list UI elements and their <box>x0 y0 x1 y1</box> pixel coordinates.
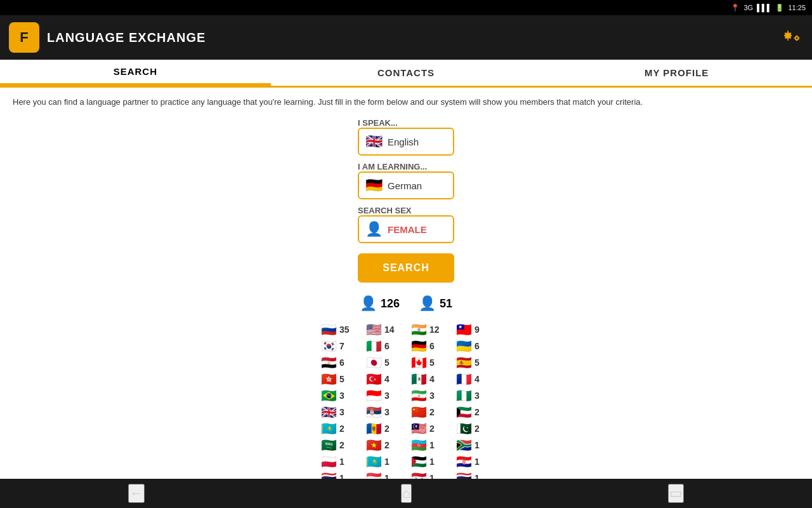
country-item[interactable]: 🇿🇦1 <box>456 438 491 453</box>
country-item[interactable]: 🇰🇷7 <box>321 338 356 354</box>
country-flag: 🇫🇷 <box>456 371 472 387</box>
country-flag: 🇹🇷 <box>366 371 382 387</box>
country-item[interactable]: 🇹🇼9 <box>456 322 491 337</box>
search-sex-select[interactable]: 👤 FEMALE <box>358 215 454 243</box>
country-item[interactable]: 🇺🇸14 <box>366 322 401 337</box>
country-item[interactable]: 🇦🇿1 <box>411 438 446 453</box>
country-flag: 🇷🇸 <box>366 404 382 420</box>
header-left: F LANGUAGE EXCHANGE <box>9 22 206 53</box>
home-button[interactable]: ⌂ <box>401 484 412 503</box>
svg-rect-13 <box>794 37 796 39</box>
country-item[interactable]: 🇻🇳2 <box>366 438 401 453</box>
country-item[interactable]: 🇯🇵5 <box>366 355 401 370</box>
country-item[interactable]: 🇫🇷4 <box>456 371 491 387</box>
country-item[interactable]: 🇮🇷3 <box>411 388 446 403</box>
english-flag: 🇬🇧 <box>365 133 383 150</box>
app-logo: F <box>9 22 39 53</box>
i-speak-section: I SPEAK... 🇬🇧 English <box>358 118 454 156</box>
country-count: 1 <box>475 440 480 450</box>
country-item[interactable]: 🇸🇦2 <box>321 438 356 453</box>
country-count: 4 <box>384 374 390 384</box>
tab-contacts[interactable]: CONTACTS <box>271 60 542 86</box>
svg-rect-11 <box>796 35 797 37</box>
country-count: 3 <box>384 407 390 417</box>
country-item[interactable]: 🇲🇾2 <box>411 421 446 436</box>
tab-search[interactable]: SEARCH <box>0 60 271 86</box>
country-item[interactable]: 🇧🇷3 <box>321 388 356 403</box>
location-icon: 📍 <box>731 4 740 12</box>
country-count: 3 <box>475 391 480 401</box>
country-item[interactable]: 🇰🇿2 <box>321 421 356 436</box>
country-row-0: 🇷🇺35🇺🇸14🇮🇳12🇹🇼9 <box>321 322 491 337</box>
svg-rect-14 <box>798 37 800 39</box>
app-title: LANGUAGE EXCHANGE <box>47 30 206 45</box>
country-item[interactable]: 🇭🇷1 <box>456 454 491 469</box>
status-bar: 📍 3G ▌▌▌ 🔋 11:25 <box>0 0 812 15</box>
country-item[interactable]: 🇨🇳2 <box>411 404 446 420</box>
country-count: 1 <box>429 457 435 467</box>
country-count: 12 <box>429 324 440 335</box>
country-flag: 🇭🇷 <box>456 454 472 469</box>
country-flag: 🇨🇦 <box>411 355 427 370</box>
country-flag: 🇺🇦 <box>456 338 472 354</box>
country-flag: 🇻🇳 <box>366 438 382 453</box>
country-row-1: 🇰🇷7🇮🇹6🇩🇪6🇺🇦6 <box>321 338 491 354</box>
search-sex-label: SEARCH SEX <box>358 206 454 215</box>
country-count: 1 <box>475 457 480 467</box>
country-flag: 🇲🇩 <box>366 421 382 436</box>
search-stats: 👤 126 👤 51 <box>360 295 452 312</box>
country-item[interactable]: 🇲🇽4 <box>411 371 446 387</box>
country-item[interactable]: 🇭🇰5 <box>321 371 356 387</box>
country-item[interactable]: 🇰🇿1 <box>366 454 401 469</box>
country-flag: 🇰🇷 <box>321 338 337 354</box>
svg-rect-4 <box>784 35 786 36</box>
country-item[interactable]: 🇷🇸3 <box>366 404 401 420</box>
i-speak-select[interactable]: 🇬🇧 English <box>358 128 454 156</box>
country-item[interactable]: 🇮🇹6 <box>366 338 401 354</box>
nav-tabs: SEARCH CONTACTS MY PROFILE <box>0 60 812 88</box>
country-flag: 🇰🇿 <box>321 421 337 436</box>
male-count: 126 <box>381 297 400 311</box>
country-item[interactable]: 🇳🇬3 <box>456 388 491 403</box>
country-item[interactable]: 🇰🇼2 <box>456 404 491 420</box>
country-row-5: 🇬🇧3🇷🇸3🇨🇳2🇰🇼2 <box>321 404 491 420</box>
country-item[interactable]: 🇺🇦6 <box>456 338 491 354</box>
country-item[interactable]: 🇵🇸1 <box>411 454 446 469</box>
country-count: 7 <box>339 341 344 351</box>
country-row-2: 🇪🇬6🇯🇵5🇨🇦5🇪🇸5 <box>321 355 491 370</box>
country-item[interactable]: 🇲🇩2 <box>366 421 401 436</box>
country-item[interactable]: 🇪🇬6 <box>321 355 356 370</box>
country-count: 3 <box>384 391 390 401</box>
country-count: 2 <box>429 407 435 417</box>
header: F LANGUAGE EXCHANGE <box>0 15 812 60</box>
time-label: 11:25 <box>788 4 806 11</box>
back-button[interactable]: ← <box>128 484 145 503</box>
recent-button[interactable]: ▭ <box>668 484 684 503</box>
svg-point-10 <box>796 36 799 39</box>
country-item[interactable]: 🇵🇱1 <box>321 454 356 469</box>
country-item[interactable]: 🇮🇩3 <box>366 388 401 403</box>
country-flag: 🇰🇿 <box>366 454 382 469</box>
i-learning-value: German <box>388 180 422 191</box>
country-count: 6 <box>384 341 390 351</box>
country-item[interactable]: 🇹🇷4 <box>366 371 401 387</box>
female-icon: 👤 <box>365 221 383 237</box>
country-item[interactable]: 🇪🇸5 <box>456 355 491 370</box>
search-form: I SPEAK... 🇬🇧 English I AM LEARNING... 🇩… <box>13 118 799 486</box>
country-count: 2 <box>429 424 435 434</box>
country-item[interactable]: 🇷🇺35 <box>321 322 356 337</box>
country-flag: 🇭🇰 <box>321 371 337 387</box>
country-item[interactable]: 🇬🇧3 <box>321 404 356 420</box>
tab-profile[interactable]: MY PROFILE <box>541 60 812 86</box>
bottom-nav: ← ⌂ ▭ <box>0 479 812 508</box>
country-item[interactable]: 🇵🇰2 <box>456 421 491 436</box>
settings-icon[interactable] <box>780 24 803 51</box>
country-item[interactable]: 🇮🇳12 <box>411 322 446 337</box>
country-item[interactable]: 🇩🇪6 <box>411 338 446 354</box>
search-button[interactable]: SEARCH <box>358 253 454 283</box>
i-learning-select[interactable]: 🇩🇪 German <box>358 171 454 199</box>
country-flag: 🇯🇵 <box>366 355 382 370</box>
country-flag: 🇦🇿 <box>411 438 427 453</box>
male-stat: 👤 126 <box>360 295 400 312</box>
country-item[interactable]: 🇨🇦5 <box>411 355 446 370</box>
